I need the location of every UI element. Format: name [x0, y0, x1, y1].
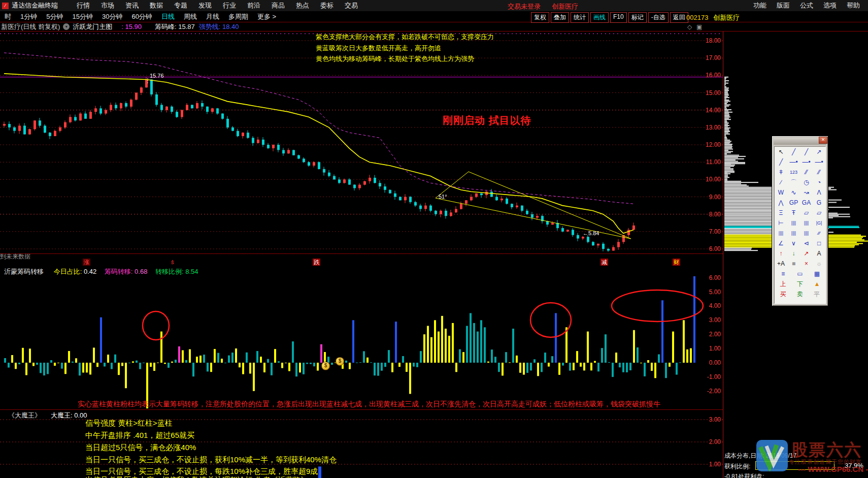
- mark-up-arrow-icon[interactable]: ↑: [775, 248, 787, 259]
- menu-item-委标[interactable]: 委标: [320, 1, 333, 10]
- corner-fan-icon[interactable]: ∠: [775, 238, 787, 248]
- period-时[interactable]: 时: [5, 12, 11, 21]
- ruler-icon[interactable]: ▭: [791, 269, 808, 279]
- circle-icon[interactable]: ◷: [800, 177, 813, 187]
- mark-shang-icon[interactable]: 上: [775, 279, 791, 289]
- mark-sell-icon[interactable]: 卖: [791, 289, 808, 299]
- mark-xia-icon[interactable]: 下: [791, 279, 808, 289]
- menu-item-交易[interactable]: 交易: [345, 1, 358, 10]
- channel-2-icon[interactable]: ▱: [813, 208, 825, 218]
- mark-flat-icon[interactable]: 平: [809, 289, 825, 299]
- menu-item-行情[interactable]: 行情: [77, 1, 90, 10]
- period-1分钟[interactable]: 1分钟: [20, 12, 37, 21]
- arc-icon[interactable]: ⌒: [787, 177, 800, 187]
- parallel-channel-icon[interactable]: ⁄⁄: [813, 167, 825, 177]
- price-segment-3-icon[interactable]: —•: [813, 157, 825, 167]
- h-segment-icon[interactable]: ⊢: [775, 218, 787, 228]
- flag-icon[interactable]: ⊲: [800, 238, 813, 248]
- arrow-line-icon[interactable]: ↗: [813, 147, 825, 157]
- period-多周期[interactable]: 多周期: [228, 12, 248, 21]
- menu-item-商品[interactable]: 商品: [272, 1, 285, 10]
- wave-icon[interactable]: ∿: [787, 187, 800, 198]
- measure-123-icon[interactable]: 123: [787, 167, 800, 177]
- period-60分钟[interactable]: 60分钟: [131, 12, 152, 21]
- percent-lines-icon[interactable]: Ξ: [775, 208, 787, 218]
- golden-section-icon[interactable]: |G|: [813, 218, 825, 228]
- two-point-segment-icon[interactable]: ∕: [775, 177, 787, 187]
- rectangle-icon[interactable]: □: [813, 238, 825, 248]
- panel2-title[interactable]: 沂蒙筹码转移: [4, 268, 44, 275]
- menu-item-版面[interactable]: 版面: [777, 1, 790, 10]
- period-30分钟[interactable]: 30分钟: [102, 12, 122, 21]
- t-lines-icon[interactable]: Ŧ: [787, 208, 800, 218]
- delete-x-icon[interactable]: ×: [800, 259, 813, 269]
- wave-w-icon[interactable]: W: [775, 187, 787, 198]
- grid-bars-icon[interactable]: ||||: [787, 218, 800, 228]
- mark-down-arrow-icon[interactable]: ↓: [787, 248, 800, 259]
- menu-item-选项[interactable]: 选项: [823, 1, 837, 10]
- mini-chart-icon[interactable]: ▦: [809, 269, 825, 279]
- zigzag-icon[interactable]: ↝: [800, 187, 813, 198]
- lamp-icon[interactable]: ☼: [813, 259, 825, 269]
- toolbar-button--自选[interactable]: -自选: [648, 12, 669, 23]
- hot-stock-link[interactable]: 创新医疗: [552, 3, 578, 10]
- wave-v-icon[interactable]: Λ: [813, 187, 825, 198]
- toolbar-button-返回[interactable]: 返回: [670, 12, 688, 23]
- period-日线[interactable]: 日线: [161, 12, 175, 21]
- parallel-lines-icon[interactable]: ⁄⁄: [800, 167, 813, 177]
- period-更多 >[interactable]: 更多 >: [257, 12, 276, 21]
- grid-bars-2-icon[interactable]: ||||: [800, 218, 813, 228]
- trend-line-icon[interactable]: ╱: [787, 147, 800, 157]
- arrow-down-v-icon[interactable]: ∨: [787, 238, 800, 248]
- filled-rect-icon[interactable]: ■: [787, 259, 800, 269]
- toolbar-button-叠加[interactable]: 叠加: [551, 12, 569, 23]
- slant-fan-icon[interactable]: ⁄⁄⁄: [813, 228, 825, 238]
- segment-icon[interactable]: ╱: [800, 147, 813, 157]
- vertical-line-icon[interactable]: ǂ: [775, 167, 787, 177]
- menu-item-公式[interactable]: 公式: [800, 1, 813, 10]
- indicator-switch-icon[interactable]: ▾: [63, 23, 70, 30]
- list-icon[interactable]: ≡: [775, 269, 791, 279]
- gp-lines-icon[interactable]: GP: [787, 198, 800, 208]
- channel-icon[interactable]: ▱: [800, 208, 813, 218]
- dense-bars-2-icon[interactable]: ||||: [787, 228, 800, 238]
- period-5分钟[interactable]: 5分钟: [46, 12, 63, 21]
- mark-arrow-line-icon[interactable]: ↗: [800, 248, 813, 259]
- menu-item-资讯[interactable]: 资讯: [125, 1, 139, 10]
- text-add-icon[interactable]: +A: [775, 259, 787, 269]
- trade-login-status[interactable]: 交易未登录: [508, 3, 541, 10]
- period-周线[interactable]: 周线: [184, 12, 197, 21]
- menu-item-前沿[interactable]: 前沿: [247, 1, 260, 10]
- close-icon[interactable]: ✕: [819, 137, 827, 144]
- toolbar-button-统计[interactable]: 统计: [571, 12, 589, 23]
- peaks-icon[interactable]: ⋀: [775, 198, 787, 208]
- pie-icon[interactable]: ◔: [813, 177, 825, 187]
- price-segment-icon[interactable]: —•: [787, 157, 800, 167]
- menu-item-数据[interactable]: 数据: [150, 1, 163, 10]
- g-line-icon[interactable]: G: [813, 198, 825, 208]
- dense-bars-icon[interactable]: ||||: [775, 228, 787, 238]
- dense-bars-3-icon[interactable]: ||||: [800, 228, 813, 238]
- ga-lines-icon[interactable]: GA: [800, 198, 813, 208]
- panel-icon[interactable]: ▣: [696, 23, 702, 30]
- ray-icon[interactable]: ╱: [775, 157, 787, 167]
- menu-item-帮助[interactable]: 帮助: [847, 1, 860, 10]
- menu-item-热点[interactable]: 热点: [296, 1, 309, 10]
- menu-item-行业[interactable]: 行业: [223, 1, 236, 10]
- toolbar-button-画线[interactable]: 画线: [590, 12, 609, 23]
- mark-buy-icon[interactable]: 买: [775, 289, 791, 299]
- price-segment-2-icon[interactable]: —•: [800, 157, 813, 167]
- menu-item-市场[interactable]: 市场: [101, 1, 114, 10]
- toolbar-button-F10[interactable]: F10: [610, 12, 627, 23]
- pointer-icon[interactable]: ↖: [775, 147, 787, 157]
- menu-item-发现[interactable]: 发现: [198, 1, 212, 10]
- toolbar-button-标记[interactable]: 标记: [628, 12, 647, 23]
- menu-item-专题[interactable]: 专题: [174, 1, 187, 10]
- mark-arrow-stack-icon[interactable]: ▲: [809, 279, 825, 289]
- diamond-icon[interactable]: ◇: [687, 23, 692, 30]
- menu-item-功能[interactable]: 功能: [753, 1, 766, 10]
- panel3-title[interactable]: 《大魔王》: [8, 411, 41, 420]
- indicator-name[interactable]: 沂跃龙门主图: [73, 22, 112, 31]
- toolbar-button-复权[interactable]: 复权: [531, 12, 549, 23]
- period-15分钟[interactable]: 15分钟: [72, 12, 92, 21]
